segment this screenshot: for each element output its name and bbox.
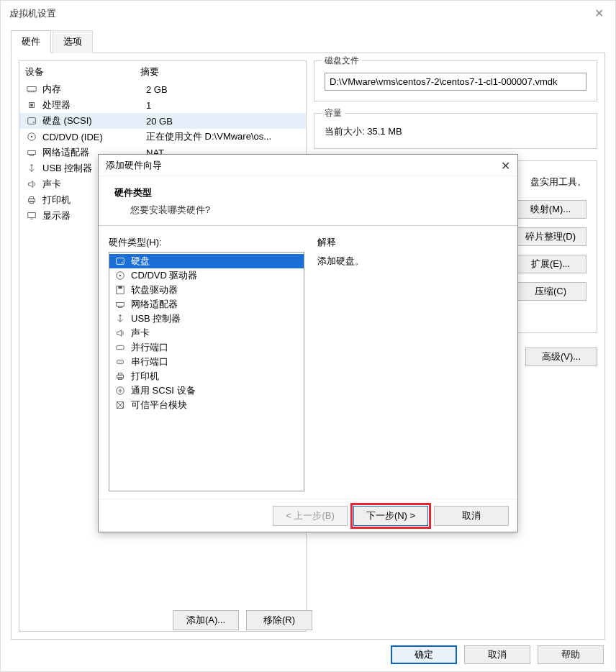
wizard-header-title: 硬件类型 (114, 186, 503, 199)
hw-type-label-text: 串行端口 (131, 355, 168, 368)
display-icon (25, 211, 38, 221)
capacity-group: 容量 当前大小: 35.1 MB (314, 113, 597, 149)
device-row[interactable]: 硬盘 (SCSI)20 GB (19, 113, 306, 129)
map-button[interactable]: 映射(M)... (515, 200, 586, 219)
remove-device-button[interactable]: 移除(R) (246, 610, 312, 630)
wizard-footer: < 上一步(B) 下一步(N) > 取消 (99, 499, 517, 532)
title-bar: 虚拟机设置 ✕ (1, 1, 615, 27)
device-row[interactable]: CD/DVD (IDE)正在使用文件 D:\VMware\os... (19, 129, 306, 145)
footer-buttons: 确定 取消 帮助 (391, 645, 604, 664)
sound-icon (25, 179, 38, 189)
hw-type-item[interactable]: 并行端口 (109, 340, 304, 355)
col-summary: 摘要 (140, 65, 159, 78)
tab-hardware[interactable]: 硬件 (11, 30, 51, 53)
help-button[interactable]: 帮助 (538, 645, 604, 664)
wizard-header: 硬件类型 您要安装哪类硬件? (99, 176, 517, 225)
defrag-button[interactable]: 碎片整理(D) (515, 227, 586, 246)
current-size-row: 当前大小: 35.1 MB (325, 125, 586, 138)
hw-type-label-text: 可信平台模块 (131, 399, 187, 412)
col-device: 设备 (25, 65, 140, 78)
device-row[interactable]: 处理器1 (19, 97, 306, 113)
wizard-title: 添加硬件向导 (106, 159, 162, 172)
hw-type-label-text: 硬盘 (131, 255, 150, 268)
net-icon (114, 299, 127, 309)
explain-text: 添加硬盘。 (317, 255, 507, 268)
hw-type-item[interactable]: 网络适配器 (109, 297, 304, 312)
hw-type-label-text: CD/DVD 驱动器 (131, 269, 197, 282)
hw-type-label-text: 网络适配器 (131, 298, 178, 311)
add-device-button[interactable]: 添加(A)... (173, 610, 239, 630)
usb-icon (114, 314, 127, 324)
close-icon[interactable]: ✕ (594, 6, 604, 20)
device-summary: 2 GB (146, 84, 300, 95)
disk-file-path[interactable]: D:\VMware\vms\centos7-2\centos7-1-cl1-00… (325, 73, 586, 91)
advanced-button[interactable]: 高级(V)... (525, 348, 597, 366)
device-name: 硬盘 (SCSI) (42, 114, 146, 127)
tab-options[interactable]: 选项 (53, 30, 93, 53)
hw-type-label-text: 打印机 (131, 370, 159, 383)
tpm-icon (114, 400, 127, 410)
wizard-cancel-button[interactable]: 取消 (434, 506, 509, 526)
wizard-body: 硬件类型(H): 硬盘CD/DVD 驱动器软盘驱动器网络适配器USB 控制器声卡… (99, 225, 517, 499)
current-size-label: 当前大小: (325, 126, 367, 137)
wizard-header-sub: 您要安装哪类硬件? (114, 204, 503, 217)
net-icon (25, 147, 38, 158)
wizard-right: 解释 添加硬盘。 (307, 236, 517, 499)
capacity-title: 容量 (322, 107, 345, 119)
hw-type-item[interactable]: CD/DVD 驱动器 (109, 268, 304, 283)
disk-file-group: 磁盘文件 D:\VMware\vms\centos7-2\centos7-1-c… (314, 60, 597, 101)
cpu-icon (25, 100, 38, 110)
device-summary: 20 GB (146, 116, 300, 127)
usb-icon (25, 163, 38, 173)
ok-button[interactable]: 确定 (391, 645, 457, 664)
wizard-next-button[interactable]: 下一步(N) > (353, 506, 428, 526)
floppy-icon (114, 285, 127, 295)
wizard-title-bar: 添加硬件向导 ✕ (99, 155, 517, 176)
hw-type-item[interactable]: 串行端口 (109, 355, 304, 369)
hw-type-listbox[interactable]: 硬盘CD/DVD 驱动器软盘驱动器网络适配器USB 控制器声卡并行端口串行端口打… (109, 252, 304, 491)
disk-icon (25, 116, 38, 126)
hw-type-label-text: 软盘驱动器 (131, 283, 178, 296)
wizard-close-icon[interactable]: ✕ (501, 159, 510, 173)
window-title: 虚拟机设置 (9, 7, 56, 20)
expand-button[interactable]: 扩展(E)... (515, 255, 586, 273)
disk-file-title: 磁盘文件 (322, 55, 362, 67)
hw-type-item[interactable]: USB 控制器 (109, 312, 304, 326)
wizard-back-button: < 上一步(B) (273, 506, 348, 526)
hw-type-item[interactable]: 硬盘 (109, 254, 304, 268)
hw-type-label-text: USB 控制器 (131, 312, 181, 325)
memory-icon (25, 84, 38, 94)
hw-type-label: 硬件类型(H): (109, 236, 307, 249)
hw-type-item[interactable]: 打印机 (109, 369, 304, 383)
device-name: CD/DVD (IDE) (42, 132, 146, 142)
scsi-icon (114, 386, 127, 396)
hw-type-label-text: 通用 SCSI 设备 (131, 384, 196, 397)
hw-type-item[interactable]: 软盘驱动器 (109, 283, 304, 297)
device-summary: 正在使用文件 D:\VMware\os... (146, 130, 300, 143)
hw-type-label-text: 声卡 (131, 327, 150, 340)
wizard-left: 硬件类型(H): 硬盘CD/DVD 驱动器软盘驱动器网络适配器USB 控制器声卡… (109, 236, 307, 499)
printer-icon (25, 195, 38, 205)
add-hardware-wizard: 添加硬件向导 ✕ 硬件类型 您要安装哪类硬件? 硬件类型(H): 硬盘CD/DV… (98, 154, 518, 532)
hw-type-item[interactable]: 可信平台模块 (109, 398, 304, 412)
cd-icon (25, 132, 38, 142)
device-buttons: 添加(A)... 移除(R) (173, 610, 312, 630)
explain-label: 解释 (317, 236, 507, 249)
current-size-value: 35.1 MB (367, 126, 402, 137)
device-summary: 1 (146, 100, 300, 111)
disk-icon (114, 256, 127, 266)
parallel-icon (114, 342, 127, 353)
printer-icon (114, 371, 127, 381)
device-list-header: 设备 摘要 (19, 61, 306, 81)
device-name: 处理器 (42, 99, 146, 112)
tab-strip: 硬件 选项 (1, 29, 615, 53)
device-row[interactable]: 内存2 GB (19, 81, 306, 97)
device-name: 内存 (42, 83, 146, 96)
hw-type-item[interactable]: 通用 SCSI 设备 (109, 383, 304, 398)
compress-button[interactable]: 压缩(C) (515, 282, 586, 301)
hw-type-item[interactable]: 声卡 (109, 326, 304, 340)
cd-icon (114, 271, 127, 281)
cancel-button[interactable]: 取消 (464, 645, 530, 664)
hw-type-label-text: 并行端口 (131, 341, 168, 354)
serial-icon (114, 357, 127, 367)
